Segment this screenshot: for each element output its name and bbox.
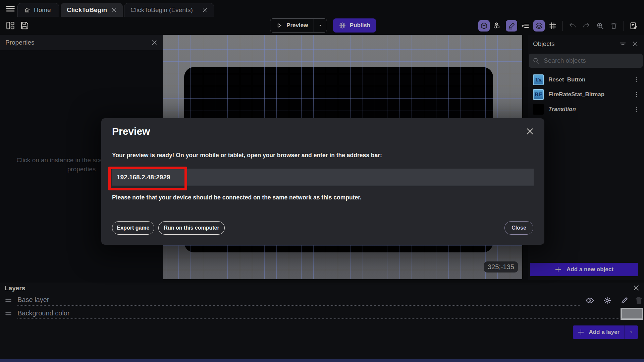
object-list-item[interactable]: BF FireRateStat_Bitmap (528, 88, 644, 101)
export-game-button[interactable]: Export game (112, 221, 154, 235)
tab-clicktobegin[interactable]: ClickToBegin (61, 3, 123, 17)
properties-panel-title: Properties (5, 39, 35, 46)
globe-icon (339, 22, 346, 29)
zoom-in-icon (596, 22, 604, 30)
tab-bar: Home ClickToBegin ClickToBegin (Events) (0, 0, 644, 17)
add-layer-label: Add a layer (589, 329, 620, 336)
hamburger-menu-button[interactable] (5, 4, 15, 13)
bitmap-font-object-icon: BF (533, 89, 544, 100)
grid-toggle-button[interactable] (547, 20, 558, 32)
close-dialog-button[interactable]: Close (504, 221, 533, 235)
main-toolbar: Preview Publish (0, 17, 644, 35)
plus-icon (554, 266, 562, 273)
drag-handle-icon[interactable] (4, 297, 13, 304)
add-layer-button[interactable]: Add a layer (573, 328, 624, 336)
layer-row-base: Base layer (0, 295, 644, 306)
home-icon (24, 7, 31, 13)
panels-toggle-button[interactable] (5, 20, 15, 31)
layer-name-field[interactable]: Background color (17, 308, 619, 319)
panels-icon (5, 20, 15, 31)
drag-handle-icon[interactable] (4, 310, 13, 317)
add-new-object-label: Add a new object (567, 266, 613, 273)
editor-toolbar-icons (478, 20, 639, 32)
preview-dialog: Preview Your preview is ready! On your m… (101, 118, 544, 245)
close-icon[interactable] (202, 7, 208, 13)
layers-panel: Layers Base layer Background color Add a… (0, 283, 644, 359)
text-object-icon: Tx (533, 74, 544, 85)
zoom-in-button[interactable] (594, 20, 606, 32)
objects-panel-title: Objects (533, 40, 554, 48)
delete-button[interactable] (608, 20, 620, 32)
preview-button[interactable]: Preview (270, 19, 314, 32)
tab-label: ClickToBegin (67, 6, 107, 14)
close-icon[interactable] (526, 127, 534, 136)
close-icon[interactable] (111, 7, 117, 13)
properties-panel-header: Properties (0, 35, 163, 50)
grid-icon (549, 22, 557, 30)
open-events-sheet-button[interactable] (628, 20, 639, 32)
save-button[interactable] (19, 20, 30, 31)
object-list-item[interactable]: Transition (528, 103, 644, 116)
run-on-this-computer-button[interactable]: Run on this computer (158, 221, 225, 235)
objects-editor-button[interactable] (492, 20, 503, 32)
objects-search-input[interactable] (543, 57, 639, 65)
kebab-icon[interactable] (633, 91, 640, 98)
preview-address-input[interactable] (112, 169, 534, 186)
preview-options-button[interactable] (314, 19, 327, 32)
divider (562, 21, 563, 31)
object-list-item[interactable]: Tx Reset_Button (528, 73, 644, 86)
object-name: Transition (548, 106, 576, 113)
trash-icon (610, 22, 618, 30)
trash-icon[interactable] (634, 296, 643, 305)
background-color-swatch[interactable] (621, 308, 643, 320)
redo-button[interactable] (581, 20, 592, 32)
tab-clicktobegin-events[interactable]: ClickToBegin (Events) (124, 3, 214, 17)
search-icon (532, 57, 540, 64)
chevron-down-icon (629, 329, 634, 335)
object-name: FireRateStat_Bitmap (548, 91, 604, 98)
sprite-object-icon (533, 104, 544, 115)
kebab-icon[interactable] (633, 106, 640, 113)
divider (624, 21, 624, 31)
pencil-icon (507, 22, 516, 30)
chevron-down-icon (318, 23, 323, 28)
objects-search-box (529, 54, 643, 68)
tab-label: Home (34, 6, 51, 14)
kebab-icon[interactable] (633, 76, 640, 83)
layer-row-background-color: Background color (0, 308, 644, 320)
instances-list-icon (521, 22, 529, 30)
layers-panel-title: Layers (5, 285, 25, 292)
tab-label: ClickToBegin (Events) (130, 6, 193, 14)
bottom-accent-strip (0, 359, 644, 362)
undo-button[interactable] (567, 20, 578, 32)
undo-icon (569, 22, 577, 30)
edit-mode-button[interactable] (506, 20, 517, 32)
close-icon[interactable] (633, 284, 640, 292)
objects-panel: Objects Tx Reset_Button BF FireRateStat_… (528, 35, 644, 280)
layers-editor-button[interactable] (533, 20, 545, 32)
filter-icon[interactable] (619, 40, 627, 48)
add-new-object-button[interactable]: Add a new object (530, 263, 638, 276)
events-sheet-icon (630, 22, 638, 30)
redo-icon (582, 22, 590, 30)
preview-button-label: Preview (286, 22, 308, 29)
instances-list-button[interactable] (520, 20, 531, 32)
gdevelop-window: Home ClickToBegin ClickToBegin (Events) … (0, 0, 644, 362)
dialog-message: Your preview is ready! On your mobile or… (112, 152, 531, 159)
close-icon[interactable] (632, 41, 639, 47)
plus-icon (577, 328, 585, 336)
objects-icon (494, 22, 502, 30)
effects-icon[interactable] (603, 296, 612, 305)
cursor-coordinates-badge: 325;-135 (484, 261, 518, 273)
layers-icon (535, 22, 543, 30)
eye-icon[interactable] (585, 296, 594, 305)
pencil-icon[interactable] (620, 296, 629, 305)
play-icon (276, 22, 282, 29)
layer-name-field[interactable]: Base layer (17, 295, 580, 306)
toggle-3d-view-button[interactable] (478, 20, 490, 32)
add-layer-options-button[interactable] (625, 329, 638, 335)
publish-button[interactable]: Publish (333, 18, 376, 33)
close-icon[interactable] (151, 39, 158, 46)
tab-home[interactable]: Home (17, 3, 59, 17)
object-name: Reset_Button (548, 76, 586, 83)
